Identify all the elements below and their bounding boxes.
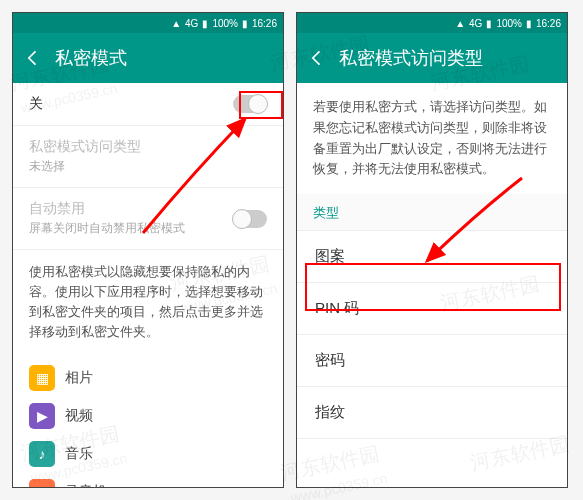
battery-label: 100% [496, 18, 522, 29]
phone-right: ▲ 4G ▮ 100% ▮ 16:26 私密模式访问类型 若要使用私密方式，请选… [296, 12, 568, 488]
status-bar: ▲ 4G ▮ 100% ▮ 16:26 [297, 13, 567, 33]
back-icon[interactable] [307, 48, 327, 68]
clock-label: 16:26 [252, 18, 277, 29]
signal-bars-icon: ▮ [202, 18, 208, 29]
app-label: 相片 [65, 369, 93, 387]
app-bar: 私密模式访问类型 [297, 33, 567, 83]
network-label: 4G [185, 18, 198, 29]
auto-disable-sub: 屏幕关闭时自动禁用私密模式 [29, 220, 233, 237]
network-label: 4G [469, 18, 482, 29]
section-header-type: 类型 [297, 194, 567, 231]
auto-disable-row: 自动禁用 屏幕关闭时自动禁用私密模式 [13, 188, 283, 250]
auto-disable-toggle [233, 210, 267, 228]
access-type-label: 私密模式访问类型 [29, 138, 141, 154]
clock-label: 16:26 [536, 18, 561, 29]
app-list: ▦相片▶视频♪音乐●录音机▇我的文件◍互联网 [13, 355, 283, 487]
app-label: 录音机 [65, 483, 107, 487]
option-pin[interactable]: PIN 码 [297, 283, 567, 335]
app-item-0[interactable]: ▦相片 [29, 359, 267, 397]
status-bar: ▲ 4G ▮ 100% ▮ 16:26 [13, 13, 283, 33]
app-label: 音乐 [65, 445, 93, 463]
page-title: 私密模式访问类型 [339, 46, 483, 70]
app-label: 视频 [65, 407, 93, 425]
app-item-2[interactable]: ♪音乐 [29, 435, 267, 473]
phone-left: ▲ 4G ▮ 100% ▮ 16:26 私密模式 关 私密模式访问类型 未选择 [12, 12, 284, 488]
info-text: 若要使用私密方式，请选择访问类型。如果您忘记私密模式访问类型，则除非将设备重置为… [297, 83, 567, 194]
battery-icon: ▮ [526, 18, 532, 29]
battery-icon: ▮ [242, 18, 248, 29]
private-mode-toggle-row[interactable]: 关 [13, 83, 283, 126]
description-text: 使用私密模式以隐藏想要保持隐私的内容。使用以下应用程序时，选择想要移动到私密文件… [13, 250, 283, 355]
app-item-1[interactable]: ▶视频 [29, 397, 267, 435]
access-type-sub: 未选择 [29, 158, 267, 175]
app-icon: ● [29, 479, 55, 487]
toggle-switch[interactable] [233, 95, 267, 113]
back-icon[interactable] [23, 48, 43, 68]
toggle-label: 关 [29, 95, 233, 113]
signal-icon: ▲ [455, 18, 465, 29]
app-icon: ♪ [29, 441, 55, 467]
app-item-3[interactable]: ●录音机 [29, 473, 267, 487]
page-title: 私密模式 [55, 46, 127, 70]
battery-label: 100% [212, 18, 238, 29]
auto-disable-label: 自动禁用 [29, 200, 85, 216]
app-icon: ▦ [29, 365, 55, 391]
app-bar: 私密模式 [13, 33, 283, 83]
signal-bars-icon: ▮ [486, 18, 492, 29]
access-type-row: 私密模式访问类型 未选择 [13, 126, 283, 188]
app-icon: ▶ [29, 403, 55, 429]
option-password[interactable]: 密码 [297, 335, 567, 387]
option-pattern[interactable]: 图案 [297, 231, 567, 283]
signal-icon: ▲ [171, 18, 181, 29]
option-fingerprint[interactable]: 指纹 [297, 387, 567, 439]
